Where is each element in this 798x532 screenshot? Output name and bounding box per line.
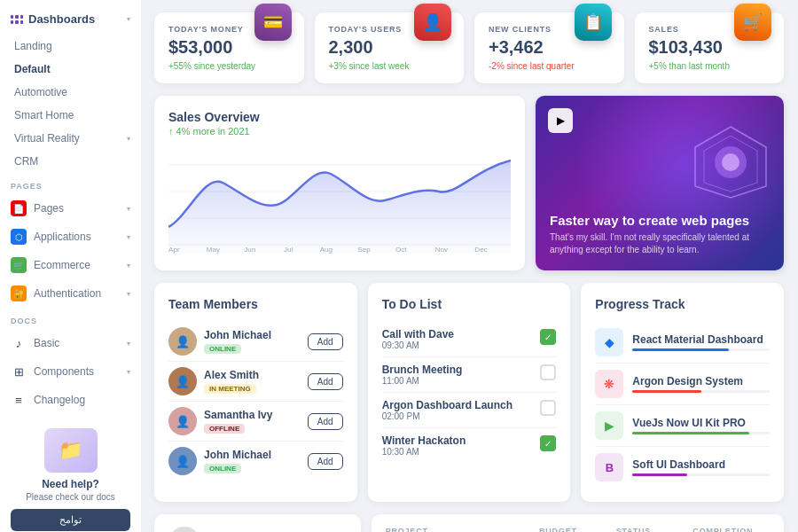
- progress-track-card: Progress Track ◆ React Material Dashboar…: [581, 283, 784, 502]
- table-header: PROJECT BUDGET STATUS COMPLETION: [386, 523, 770, 532]
- col-status: STATUS: [616, 527, 693, 532]
- chevron-right-icon: ▾: [127, 135, 130, 143]
- member-info: John Michael ONLINE: [204, 449, 308, 473]
- sidebar-item-authentication[interactable]: 🔐 Authentication ▾: [0, 279, 141, 308]
- member-info: John Michael ONLINE: [204, 329, 308, 354]
- todo-name: Call with Dave: [382, 328, 541, 340]
- svg-text:Oct: Oct: [395, 246, 407, 254]
- status-badge: IN MEETING: [204, 384, 256, 394]
- clients-icon: 📋: [575, 4, 612, 41]
- progress-name: Soft UI Dashboard: [632, 458, 770, 471]
- sidebar-item-basic[interactable]: ♪ Basic ▾: [0, 329, 141, 357]
- list-item: B Soft UI Dashboard: [595, 447, 770, 488]
- sidebar-item-automotive[interactable]: Automotive: [0, 81, 141, 104]
- help-subtitle: Please check our docs: [11, 492, 130, 502]
- list-item: 👤 John Michael ONLINE Add: [168, 442, 343, 481]
- sidebar-item-default[interactable]: Default: [0, 58, 141, 81]
- sidebar-item-vr[interactable]: Virtual Reality ▾: [0, 127, 141, 150]
- sidebar-title: Dashboards: [11, 12, 95, 26]
- list-item: ◆ React Material Dashboard: [595, 322, 770, 364]
- avatar: 👤: [168, 367, 197, 395]
- todo-checkbox[interactable]: ✓: [540, 435, 556, 451]
- pages-icon: 📄: [11, 200, 27, 216]
- progress-bar: [632, 390, 770, 393]
- middle-row: Sales Overview ↑ 4% more in 2021: [154, 96, 784, 270]
- todo-checkbox[interactable]: ✓: [540, 329, 556, 345]
- promo-title: Faster way to create web pages: [550, 213, 770, 228]
- todo-checkbox[interactable]: [540, 400, 556, 416]
- money-change: +55% since yesterday: [168, 61, 290, 71]
- sidebar-item-smarthome[interactable]: Smart Home: [0, 104, 141, 127]
- todo-title: To Do List: [382, 297, 557, 311]
- users-icon: 👤: [414, 4, 451, 41]
- list-item: Winter Hackaton 10:30 AM ✓: [382, 428, 557, 463]
- add-member-button[interactable]: Add: [308, 333, 343, 350]
- pages-section-label: PAGES: [0, 173, 141, 194]
- sidebar-item-applications[interactable]: ⬡ Applications ▾: [0, 223, 141, 251]
- sales-icon: 🛒: [734, 4, 771, 41]
- sales-chart: Apr May Jun Jul Aug Sep Oct Nov Dec: [168, 147, 511, 254]
- help-button[interactable]: توامح: [11, 509, 130, 531]
- promo-desc: That's my skill. I'm not really specific…: [550, 231, 770, 256]
- help-title: Need help?: [11, 478, 130, 490]
- stat-card-sales: 🛒 SALES $103,430 +5% than last month: [635, 12, 785, 83]
- stat-card-money: 💳 TODAY'S MONEY $53,000 +55% since yeste…: [154, 12, 304, 83]
- progress-name: VueJs Now UI Kit PRO: [632, 417, 770, 429]
- list-item: 👤 John Michael ONLINE Add: [168, 322, 343, 362]
- list-item: ❋ Argon Design System: [595, 364, 770, 405]
- svg-text:May: May: [207, 246, 220, 254]
- components-icon: ⊞: [11, 364, 27, 379]
- chevron-down-icon: ▾: [127, 15, 130, 23]
- progress-name: React Material Dashboard: [632, 333, 770, 346]
- add-member-button[interactable]: Add: [308, 413, 343, 430]
- sidebar: Dashboards ▾ Landing Default Automotive …: [0, 0, 142, 532]
- status-badge: ONLINE: [204, 464, 241, 473]
- applications-chevron-icon: ▾: [127, 233, 130, 241]
- progress-bar: [632, 432, 770, 434]
- applications-icon: ⬡: [11, 229, 27, 245]
- chart-title: Sales Overview: [168, 110, 511, 124]
- member-info: Alex Smith IN MEETING: [204, 369, 308, 394]
- sidebar-header[interactable]: Dashboards ▾: [0, 0, 141, 35]
- sidebar-item-crm[interactable]: CRM: [0, 150, 141, 173]
- todo-checkbox[interactable]: [540, 364, 556, 380]
- add-member-button[interactable]: Add: [308, 373, 343, 390]
- todo-name: Brunch Meeting: [382, 364, 541, 376]
- sidebar-item-ecommerce[interactable]: 🛒 Ecommerce ▾: [0, 251, 141, 279]
- progress-info: Argon Design System: [632, 375, 770, 393]
- components-chevron-icon: ▾: [127, 368, 130, 376]
- ecommerce-chevron-icon: ▾: [127, 262, 130, 270]
- chart-subtitle: ↑ 4% more in 2021: [168, 126, 511, 137]
- todo-name: Winter Hackaton: [382, 434, 541, 447]
- progress-logo: ❋: [595, 370, 623, 398]
- team-title: Team Members: [168, 297, 343, 311]
- promo-play-icon[interactable]: ▶: [548, 108, 573, 133]
- add-member-button[interactable]: Add: [308, 453, 343, 470]
- progress-title: Progress Track: [595, 297, 770, 311]
- list-item: Brunch Meeting 11:00 AM: [382, 357, 557, 393]
- svg-text:Jul: Jul: [284, 246, 293, 254]
- sidebar-item-pages[interactable]: 📄 Pages ▾: [0, 194, 141, 223]
- footer-row: 👤 John Snow 3 days ago + Follow PROJECT …: [154, 514, 784, 532]
- progress-bar: [632, 473, 770, 476]
- col-budget: BUDGET: [539, 527, 616, 532]
- todo-time: 09:30 AM: [382, 340, 541, 350]
- stats-row: 💳 TODAY'S MONEY $53,000 +55% since yeste…: [154, 12, 784, 83]
- sidebar-item-landing[interactable]: Landing: [0, 35, 141, 58]
- team-members-card: Team Members 👤 John Michael ONLINE Add 👤…: [154, 283, 357, 502]
- todo-info: Brunch Meeting 11:00 AM: [382, 364, 541, 386]
- stat-card-clients: 📋 NEW CLIENTS +3,462 -2% since last quar…: [474, 12, 624, 83]
- main-content: 💳 TODAY'S MONEY $53,000 +55% since yeste…: [142, 0, 798, 532]
- progress-logo: ◆: [595, 328, 623, 356]
- sidebar-item-components[interactable]: ⊞ Components ▾: [0, 357, 141, 386]
- member-info: Samantha Ivy OFFLINE: [204, 409, 308, 434]
- sidebar-item-changelog[interactable]: ≡ Changelog: [0, 386, 141, 414]
- changelog-icon: ≡: [11, 392, 27, 408]
- auth-icon: 🔐: [11, 286, 27, 301]
- member-name: Samantha Ivy: [204, 409, 308, 421]
- svg-text:Nov: Nov: [435, 246, 448, 254]
- todo-info: Argon Dashboard Launch 02:00 PM: [382, 399, 541, 421]
- sales-change: +5% than last month: [649, 61, 771, 71]
- todo-card: To Do List Call with Dave 09:30 AM ✓ Bru…: [368, 283, 571, 502]
- status-badge: OFFLINE: [204, 424, 245, 434]
